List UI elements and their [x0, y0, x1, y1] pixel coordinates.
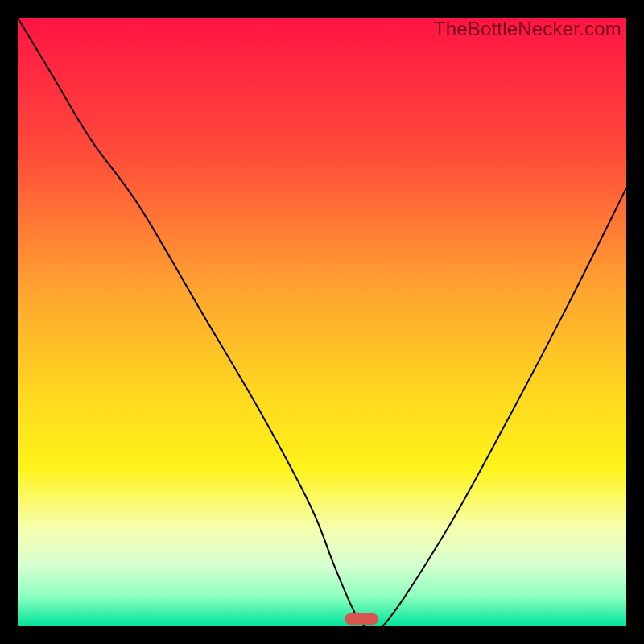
plot-area: TheBottleNecker.com: [18, 18, 626, 626]
chart-frame: TheBottleNecker.com: [0, 0, 644, 644]
bottleneck-curve: [18, 18, 626, 626]
optimal-marker: [345, 613, 378, 625]
